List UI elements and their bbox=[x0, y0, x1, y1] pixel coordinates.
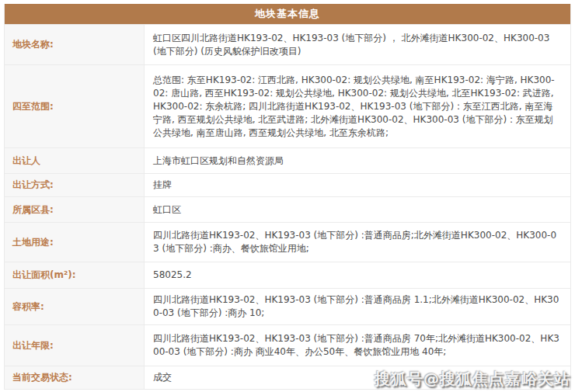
row-label-transaction-status: 当前交易状态: bbox=[5, 366, 145, 389]
land-parcel-info-table: 地块基本信息 地块名称: 虹口区四川北路街道HK193-02、HK193-03 … bbox=[4, 4, 571, 390]
row-label-land-use: 土地用途: bbox=[5, 223, 145, 262]
row-value-transfer-area: 58025.2 bbox=[145, 262, 570, 288]
table-row: 四至范围: 总范围: 东至HK193-02: 江西北路, HK300-02: 规… bbox=[5, 64, 570, 147]
table-row: 所属区县: 虹口区 bbox=[5, 196, 570, 222]
row-label-transfer-method: 出让方式: bbox=[5, 174, 145, 196]
row-value-transfer-method: 挂牌 bbox=[145, 174, 570, 196]
row-value-district: 虹口区 bbox=[145, 197, 570, 222]
row-label-grantor: 出让人 bbox=[5, 148, 145, 173]
row-label-plot-ratio: 容积率: bbox=[5, 289, 145, 324]
row-label-transfer-area: 出让面积(m²): bbox=[5, 262, 145, 288]
row-value-land-use: 四川北路街道HK193-02、HK193-03 (地下部分) :普通商品房;北外… bbox=[145, 223, 570, 262]
table-title: 地块基本信息 bbox=[5, 4, 570, 24]
row-label-parcel-name: 地块名称: bbox=[5, 25, 145, 64]
row-value-grantor: 上海市虹口区规划和自然资源局 bbox=[145, 148, 570, 173]
row-value-plot-ratio: 四川北路街道HK193-02、HK193-03 (地下部分) :普通商品房 1.… bbox=[145, 289, 570, 324]
row-value-transfer-term: 四川北路街道HK193-02、HK193-03 (地下部分) :普通商品房 70… bbox=[145, 325, 570, 366]
table-row: 出让面积(m²): 58025.2 bbox=[5, 262, 570, 288]
table-row: 容积率: 四川北路街道HK193-02、HK193-03 (地下部分) :普通商… bbox=[5, 288, 570, 324]
row-value-boundaries: 总范围: 东至HK193-02: 江西北路, HK300-02: 规划公共绿地,… bbox=[145, 65, 570, 147]
row-label-boundaries: 四至范围: bbox=[5, 65, 145, 147]
table-row: 当前交易状态: 成交 bbox=[5, 366, 570, 389]
row-value-transaction-status: 成交 bbox=[145, 366, 570, 389]
row-label-transfer-term: 出让年限: bbox=[5, 325, 145, 366]
table-row: 地块名称: 虹口区四川北路街道HK193-02、HK193-03 (地下部分) … bbox=[5, 24, 570, 64]
table-row: 出让人 上海市虹口区规划和自然资源局 bbox=[5, 147, 570, 173]
row-label-district: 所属区县: bbox=[5, 197, 145, 222]
table-row: 出让方式: 挂牌 bbox=[5, 173, 570, 196]
table-row: 出让年限: 四川北路街道HK193-02、HK193-03 (地下部分) :普通… bbox=[5, 324, 570, 366]
row-value-parcel-name: 虹口区四川北路街道HK193-02、HK193-03 (地下部分) ， 北外滩街… bbox=[145, 25, 570, 64]
table-row: 土地用途: 四川北路街道HK193-02、HK193-03 (地下部分) :普通… bbox=[5, 222, 570, 262]
